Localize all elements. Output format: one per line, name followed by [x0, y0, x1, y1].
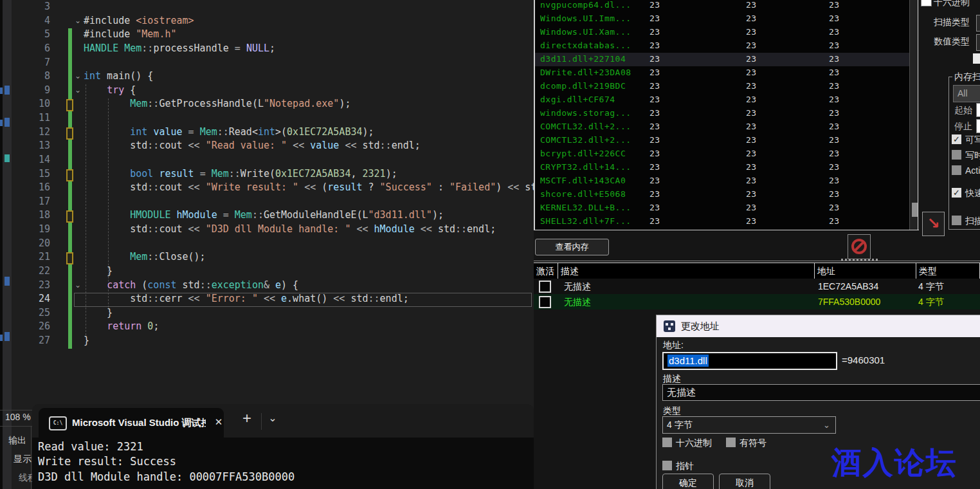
start-input[interactable] — [976, 103, 980, 117]
table-header-0[interactable]: 激活 — [534, 263, 558, 280]
code-line[interactable]: 13 std::cout << "Read value: " << value … — [0, 140, 534, 154]
code-text[interactable]: HMODULE hModule = Mem::GetModuleHandleE(… — [84, 209, 444, 221]
fold-chevron-icon[interactable]: ⌄ — [73, 279, 83, 293]
scan-result-row[interactable]: directxdatabas...232323 — [535, 39, 909, 53]
scan-result-row[interactable]: nvgpucomp64.dl...232323 — [535, 0, 909, 12]
scan-option-checkbox[interactable]: ✓ — [952, 134, 961, 144]
code-lines[interactable]: 34⌄#include <iostream>5#include "Mem.h"6… — [0, 1, 534, 349]
code-text[interactable]: std::cout << "D3D dll Module handle: " <… — [84, 223, 496, 235]
scan-option-checkbox[interactable]: ✓ — [952, 188, 961, 198]
region-dropdown[interactable]: All — [953, 85, 980, 102]
code-text[interactable]: int value = Mem::Read<int>(0x1EC72A5AB34… — [84, 126, 374, 138]
fold-chevron-icon[interactable]: ⌄ — [73, 69, 83, 84]
code-text[interactable]: #include "Mem.h" — [84, 28, 177, 40]
code-line[interactable]: 16 std::cout << "Write result: " << (res… — [0, 181, 534, 196]
code-text[interactable]: Mem::GetProcessHandle(L"Notepad.exe"); — [84, 98, 350, 109]
stop-input[interactable] — [976, 119, 980, 133]
code-text[interactable]: } — [84, 335, 89, 346]
terminal-output[interactable]: Read value: 2321Write result: SuccessD3D… — [32, 438, 534, 489]
fold-chevron-icon[interactable]: ⌄ — [73, 14, 83, 28]
cancel-button[interactable]: 取消 — [719, 474, 770, 489]
scan-option-checkbox[interactable] — [952, 150, 961, 160]
scan-result-row[interactable]: Windows.UI.Imm...232323 — [535, 12, 909, 26]
scan-option-checkbox[interactable] — [952, 165, 961, 175]
code-line[interactable]: 14 — [0, 154, 534, 168]
close-tab-icon[interactable]: ✕ — [211, 416, 226, 428]
code-line[interactable]: 27} — [0, 335, 534, 349]
code-line[interactable]: 18 HMODULE hModule = Mem::GetModuleHandl… — [0, 209, 534, 223]
hexadecimal-checkbox[interactable] — [662, 438, 672, 447]
code-line[interactable]: 17 — [0, 196, 534, 210]
code-line[interactable]: 10 Mem::GetProcessHandle(L"Notepad.exe")… — [0, 98, 534, 112]
dialog-titlebar[interactable]: 更改地址 — [657, 315, 980, 337]
code-line[interactable]: 8⌄int main() { — [0, 70, 534, 84]
ok-button[interactable]: 确定 — [662, 474, 714, 489]
code-line[interactable]: 7 — [0, 57, 534, 71]
description-input[interactable]: 无描述 — [662, 384, 980, 401]
code-text[interactable]: bool result = Mem::Write(0x1EC72A5AB34, … — [84, 168, 397, 180]
value-type-dropdown[interactable] — [976, 34, 980, 51]
code-line[interactable]: 11 — [0, 112, 534, 126]
scan-option-checkbox[interactable] — [952, 216, 961, 225]
code-text[interactable]: catch (const std::exception& e) { — [84, 279, 298, 291]
pointer-checkbox[interactable] — [662, 461, 672, 470]
code-line[interactable]: 19 std::cout << "D3D dll Module handle: … — [0, 223, 534, 237]
code-text[interactable]: Mem::Close(); — [84, 251, 206, 263]
table-header-1[interactable]: 描述 — [558, 263, 815, 280]
code-text[interactable]: std::cout << "Read value: " << value << … — [84, 140, 421, 151]
scan-result-row[interactable]: shcore.dll+E5068232323 — [535, 188, 909, 201]
code-line[interactable]: 5#include "Mem.h" — [0, 28, 534, 42]
table-row[interactable]: 无描述7FFA530B00004 字节 — [534, 294, 980, 309]
code-text[interactable]: HANDLE Mem::processHandle = NULL; — [84, 42, 275, 54]
undo-scan-button[interactable]: ↘ — [922, 212, 945, 236]
scan-result-row[interactable]: CRYPT32.dll+14...232323 — [535, 161, 909, 174]
table-header-2[interactable]: 地址 — [815, 263, 916, 280]
code-line[interactable]: 12 int value = Mem::Read<int>(0x1EC72A5A… — [0, 126, 534, 140]
terminal-tab[interactable]: C:\ Microsoft Visual Studio 调试控 ✕ — [39, 408, 224, 438]
code-line[interactable]: 21 Mem::Close(); — [0, 251, 534, 265]
code-line[interactable]: 20 — [0, 237, 534, 252]
code-text[interactable]: #include <iostream> — [84, 15, 194, 26]
scan-result-row[interactable]: MSCTF.dll+143CA0232323 — [535, 174, 909, 188]
code-line[interactable]: 23⌄ catch (const std::exception& e) { — [0, 279, 534, 293]
scan-result-row[interactable]: dxgi.dll+CF674232323 — [535, 93, 909, 107]
code-line[interactable]: 3 — [0, 1, 534, 15]
code-line[interactable]: 25 } — [0, 307, 534, 321]
code-text[interactable]: return 0; — [84, 320, 159, 332]
table-header-3[interactable]: 类型 — [916, 263, 980, 280]
hex-checkbox[interactable] — [921, 0, 932, 6]
code-line[interactable]: 6HANDLE Mem::processHandle = NULL; — [0, 42, 534, 57]
scan-result-row[interactable]: KERNEL32.DLL+B...232323 — [535, 201, 909, 215]
code-line[interactable]: 26 return 0; — [0, 320, 534, 335]
code-text[interactable]: } — [84, 307, 113, 318]
view-memory-button[interactable]: 查看内存 — [535, 239, 609, 255]
scan-result-row[interactable]: COMCTL32.dll+2...232323 — [535, 134, 909, 147]
type-dropdown[interactable]: 4 字节 ⌄ — [662, 416, 836, 434]
code-line[interactable]: 9⌄ try { — [0, 84, 534, 98]
scan-result-row[interactable]: d3d11.dll+227104232323 — [535, 53, 909, 66]
panel-widget[interactable] — [973, 53, 980, 64]
scan-result-row[interactable]: dcomp.dll+219BDC232323 — [535, 80, 909, 93]
fold-chevron-icon[interactable]: ⌄ — [73, 84, 83, 98]
code-line[interactable]: 4⌄#include <iostream> — [0, 15, 534, 29]
scan-result-row[interactable]: SHELL32.dll+7F...232323 — [535, 215, 909, 228]
stop-scan-button[interactable] — [848, 234, 871, 259]
active-checkbox[interactable] — [539, 296, 551, 308]
scan-result-row[interactable]: Windows.UI.Xam...232323 — [535, 26, 909, 39]
scan-results-list[interactable]: nvgpucomp64.dl...232323Windows.UI.Imm...… — [534, 0, 919, 230]
code-line[interactable]: 15 bool result = Mem::Write(0x1EC72A5AB3… — [0, 168, 534, 182]
table-row[interactable]: 无描述1EC72A5AB344 字节 — [534, 279, 980, 294]
scan-result-row[interactable]: COMCTL32.dll+2...232323 — [535, 120, 909, 134]
tab-dropdown-icon[interactable]: ⌄ — [266, 412, 279, 424]
active-checkbox[interactable] — [539, 281, 551, 293]
panel-tab-label[interactable]: 显示 — [14, 454, 32, 465]
scan-result-row[interactable]: DWrite.dll+23DA08232323 — [535, 66, 909, 80]
scrollbar-thumb[interactable] — [912, 203, 918, 217]
code-text[interactable]: try { — [84, 84, 136, 96]
scan-result-row[interactable]: bcrypt.dll+226CC232323 — [535, 147, 909, 161]
editor-zoom-level[interactable]: 108 % — [5, 412, 31, 422]
address-input[interactable]: d3d11.dll — [662, 352, 837, 370]
signed-checkbox[interactable] — [726, 438, 736, 447]
code-text[interactable]: int main() { — [84, 70, 153, 82]
new-tab-button[interactable]: + — [239, 409, 255, 427]
